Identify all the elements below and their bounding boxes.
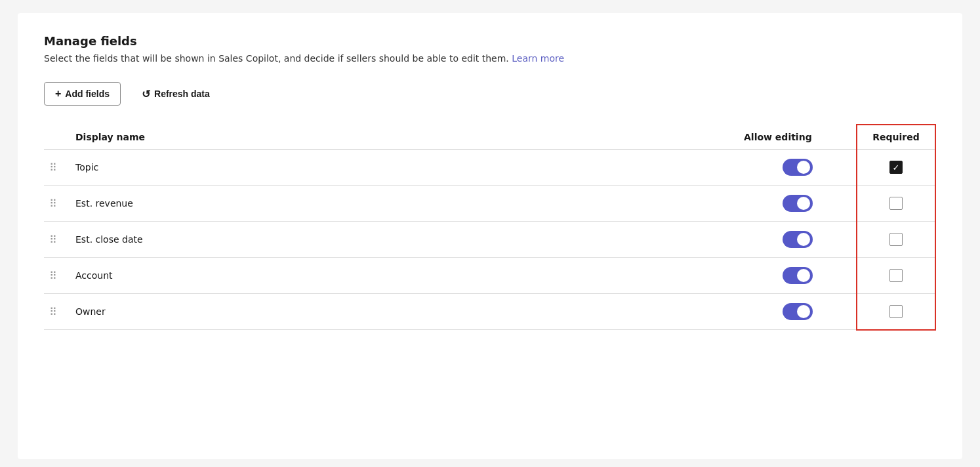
- allow-editing-toggle[interactable]: [783, 303, 813, 320]
- drag-handle-icon[interactable]: ⠿: [49, 197, 58, 210]
- required-checkbox[interactable]: [889, 269, 903, 282]
- allow-editing-cell: [739, 150, 857, 186]
- drag-handle-cell: ⠿: [44, 258, 70, 294]
- drag-handle-cell: ⠿: [44, 294, 70, 330]
- field-name-cell: Topic: [70, 150, 739, 186]
- drag-handle-cell: ⠿: [44, 186, 70, 222]
- toolbar: + Add fields ↺ Refresh data: [44, 82, 936, 106]
- fields-table: Display name Allow editing Required ⠿Top…: [44, 124, 936, 331]
- page-subtitle: Select the fields that will be shown in …: [44, 53, 936, 64]
- drag-handle-cell: ⠿: [44, 150, 70, 186]
- required-cell: [857, 222, 935, 258]
- drag-handle-icon[interactable]: ⠿: [49, 270, 58, 282]
- table-row: ⠿Topic: [44, 150, 935, 186]
- table-row: ⠿Owner: [44, 294, 935, 330]
- required-cell: [857, 186, 935, 222]
- required-checkbox[interactable]: [889, 197, 903, 210]
- field-name-cell: Est. revenue: [70, 186, 739, 222]
- allow-editing-toggle[interactable]: [783, 231, 813, 248]
- drag-handle-icon[interactable]: ⠿: [49, 234, 58, 246]
- field-name-cell: Owner: [70, 294, 739, 330]
- required-checkbox[interactable]: [889, 305, 903, 318]
- refresh-icon: ↺: [142, 88, 150, 100]
- required-cell: [857, 150, 935, 186]
- drag-handle-cell: ⠿: [44, 222, 70, 258]
- allow-editing-cell: [739, 186, 857, 222]
- col-header-drag: [44, 125, 70, 150]
- learn-more-link[interactable]: Learn more: [512, 53, 564, 64]
- drag-handle-icon[interactable]: ⠿: [49, 161, 58, 174]
- required-cell: [857, 294, 935, 330]
- allow-editing-toggle[interactable]: [783, 195, 813, 212]
- page-title: Manage fields: [44, 34, 936, 48]
- required-checkbox[interactable]: [889, 233, 903, 246]
- add-fields-button[interactable]: + Add fields: [44, 82, 121, 106]
- allow-editing-cell: [739, 258, 857, 294]
- col-header-required: Required: [857, 125, 935, 150]
- allow-editing-toggle[interactable]: [783, 267, 813, 284]
- allow-editing-cell: [739, 294, 857, 330]
- refresh-data-button[interactable]: ↺ Refresh data: [131, 83, 220, 106]
- table-row: ⠿Est. revenue: [44, 186, 935, 222]
- allow-editing-toggle[interactable]: [783, 159, 813, 176]
- required-cell: [857, 258, 935, 294]
- field-name-cell: Est. close date: [70, 222, 739, 258]
- plus-icon: +: [55, 88, 61, 100]
- table-row: ⠿Account: [44, 258, 935, 294]
- required-checkbox[interactable]: [889, 161, 903, 174]
- drag-handle-icon[interactable]: ⠿: [49, 306, 58, 318]
- col-header-display-name: Display name: [70, 125, 739, 150]
- field-name-cell: Account: [70, 258, 739, 294]
- table-row: ⠿Est. close date: [44, 222, 935, 258]
- col-header-allow-editing: Allow editing: [739, 125, 857, 150]
- allow-editing-cell: [739, 222, 857, 258]
- manage-fields-container: Manage fields Select the fields that wil…: [18, 13, 962, 459]
